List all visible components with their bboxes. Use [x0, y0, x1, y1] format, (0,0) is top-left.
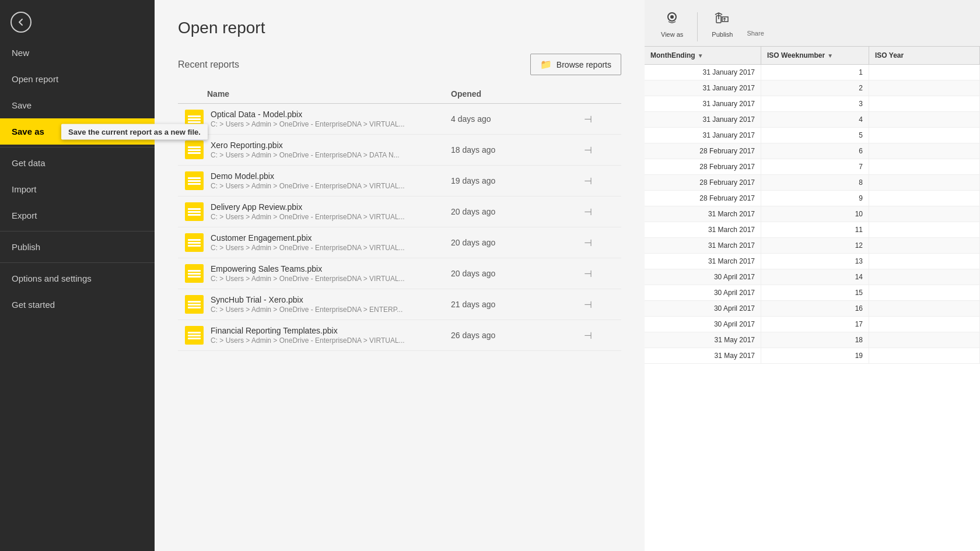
- week-cell-15: 16: [761, 301, 869, 316]
- pin-cell-0[interactable]: ⊣: [577, 104, 621, 135]
- sidebar-item-publish[interactable]: Publish: [0, 234, 155, 260]
- file-cell-6: SyncHub Trial - Xero.pbix C: > Users > A…: [178, 289, 444, 320]
- col-header-pin: [577, 85, 621, 104]
- pin-icon-2[interactable]: ⊣: [584, 176, 592, 186]
- pin-icon-0[interactable]: ⊣: [584, 114, 592, 124]
- table-row[interactable]: Empowering Sales Teams.pbix C: > Users >…: [178, 258, 621, 289]
- pin-cell-7[interactable]: ⊣: [577, 320, 621, 351]
- iso-cell-14: [869, 285, 980, 300]
- file-icon-3: [185, 202, 204, 221]
- toolbar-divider: [697, 12, 698, 41]
- main-panel: Open report Recent reports 📁 Browse repo…: [155, 0, 645, 551]
- month-cell-4: 31 January 2017: [645, 128, 761, 143]
- sidebar-item-get-started[interactable]: Get started: [0, 292, 155, 318]
- table-row[interactable]: Financial Reporting Templates.pbix C: > …: [178, 320, 621, 351]
- month-cell-12: 31 March 2017: [645, 254, 761, 269]
- recent-reports-header: Recent reports 📁 Browse reports: [178, 54, 621, 75]
- table-row[interactable]: Xero Reporting.pbix C: > Users > Admin >…: [178, 135, 621, 166]
- sidebar-item-export[interactable]: Export: [0, 202, 155, 229]
- sidebar-item-save[interactable]: Save: [0, 92, 155, 118]
- data-row: 31 March 2017 12: [645, 238, 980, 254]
- iso-cell-1: [869, 80, 980, 96]
- month-cell-18: 31 May 2017: [645, 348, 761, 363]
- col-week-header[interactable]: ISO Weeknumber ▼: [761, 47, 869, 64]
- table-row[interactable]: Demo Model.pbix C: > Users > Admin > One…: [178, 166, 621, 196]
- iso-cell-8: [869, 191, 980, 206]
- sidebar-item-options-settings[interactable]: Options and settings: [0, 265, 155, 292]
- month-cell-3: 31 January 2017: [645, 112, 761, 127]
- week-cell-8: 9: [761, 191, 869, 206]
- file-icon-4: [185, 233, 204, 252]
- page-title: Open report: [178, 19, 621, 37]
- month-cell-15: 30 April 2017: [645, 301, 761, 316]
- pin-icon-3[interactable]: ⊣: [584, 207, 592, 217]
- month-filter-icon: ▼: [698, 52, 704, 59]
- iso-cell-5: [869, 143, 980, 159]
- month-cell-1: 31 January 2017: [645, 80, 761, 96]
- col-month-header[interactable]: MonthEnding ▼: [645, 47, 761, 64]
- back-button[interactable]: [0, 5, 155, 40]
- data-row: 28 February 2017 8: [645, 175, 980, 191]
- table-row[interactable]: Delivery App Review.pbix C: > Users > Ad…: [178, 196, 621, 227]
- table-row[interactable]: SyncHub Trial - Xero.pbix C: > Users > A…: [178, 289, 621, 320]
- month-cell-8: 28 February 2017: [645, 191, 761, 206]
- opened-cell-2: 19 days ago: [444, 166, 577, 196]
- publish-button[interactable]: Publish: [705, 8, 740, 41]
- opened-cell-6: 21 days ago: [444, 289, 577, 320]
- view-as-icon: [664, 11, 680, 29]
- file-icon-0: [185, 110, 204, 128]
- file-path-4: C: > Users > Admin > OneDrive - Enterpri…: [211, 244, 405, 252]
- view-as-button[interactable]: View as: [654, 8, 690, 41]
- recent-reports-label: Recent reports: [178, 59, 239, 70]
- week-cell-2: 3: [761, 96, 869, 111]
- table-row[interactable]: Customer Engagement.pbix C: > Users > Ad…: [178, 227, 621, 258]
- data-grid-header: MonthEnding ▼ ISO Weeknumber ▼ ISO Year: [645, 47, 980, 65]
- pin-icon-7[interactable]: ⊣: [584, 331, 592, 341]
- week-cell-7: 8: [761, 175, 869, 190]
- data-row: 30 April 2017 15: [645, 285, 980, 301]
- week-cell-18: 19: [761, 348, 869, 363]
- file-cell-7: Financial Reporting Templates.pbix C: > …: [178, 320, 444, 351]
- week-cell-12: 13: [761, 254, 869, 269]
- svg-point-1: [670, 15, 674, 19]
- file-cell-4: Customer Engagement.pbix C: > Users > Ad…: [178, 227, 444, 258]
- iso-cell-7: [869, 175, 980, 190]
- table-row[interactable]: Optical Data - Model.pbix C: > Users > A…: [178, 104, 621, 135]
- iso-cell-18: [869, 348, 980, 363]
- pin-cell-4[interactable]: ⊣: [577, 227, 621, 258]
- pin-cell-1[interactable]: ⊣: [577, 135, 621, 166]
- sidebar-item-get-data[interactable]: Get data: [0, 150, 155, 176]
- browse-reports-button[interactable]: 📁 Browse reports: [530, 54, 621, 75]
- file-icon-6: [185, 295, 204, 314]
- week-cell-3: 4: [761, 112, 869, 127]
- opened-cell-4: 20 days ago: [444, 227, 577, 258]
- data-row: 31 January 2017 3: [645, 96, 980, 112]
- sidebar-item-save-as[interactable]: Save as Save the current report as a new…: [0, 118, 155, 145]
- file-name-5: Empowering Sales Teams.pbix: [211, 264, 405, 273]
- file-path-0: C: > Users > Admin > OneDrive - Enterpri…: [211, 120, 405, 128]
- file-path-3: C: > Users > Admin > OneDrive - Enterpri…: [211, 213, 405, 221]
- col-iso-header[interactable]: ISO Year: [869, 47, 980, 64]
- pin-icon-5[interactable]: ⊣: [584, 269, 592, 279]
- sidebar-divider-2: [0, 231, 155, 231]
- week-cell-4: 5: [761, 128, 869, 143]
- pin-cell-3[interactable]: ⊣: [577, 196, 621, 227]
- file-cell-0: Optical Data - Model.pbix C: > Users > A…: [178, 104, 444, 135]
- pin-cell-5[interactable]: ⊣: [577, 258, 621, 289]
- month-cell-13: 30 April 2017: [645, 269, 761, 285]
- file-cell-5: Empowering Sales Teams.pbix C: > Users >…: [178, 258, 444, 289]
- data-row: 31 January 2017 2: [645, 80, 980, 96]
- pin-cell-6[interactable]: ⊣: [577, 289, 621, 320]
- sidebar-item-new[interactable]: New: [0, 40, 155, 66]
- pin-icon-1[interactable]: ⊣: [584, 145, 592, 155]
- pin-cell-2[interactable]: ⊣: [577, 166, 621, 196]
- back-icon: [10, 12, 32, 33]
- pin-icon-6[interactable]: ⊣: [584, 300, 592, 310]
- sidebar-item-open-report[interactable]: Open report: [0, 66, 155, 92]
- week-cell-6: 7: [761, 159, 869, 174]
- sidebar-item-import[interactable]: Import: [0, 176, 155, 202]
- pin-icon-4[interactable]: ⊣: [584, 238, 592, 248]
- data-row: 28 February 2017 6: [645, 143, 980, 159]
- file-name-7: Financial Reporting Templates.pbix: [211, 326, 405, 335]
- data-row: 31 March 2017 13: [645, 254, 980, 269]
